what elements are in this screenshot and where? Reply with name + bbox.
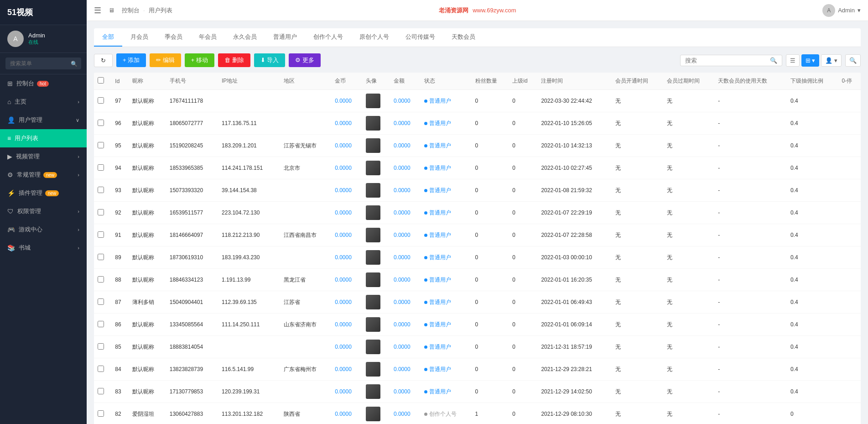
row-checkbox[interactable] — [98, 187, 104, 193]
cell-avatar — [362, 202, 390, 224]
sidebar-logo: 51视频 — [0, 0, 87, 25]
cell-rebate: 0.4 — [787, 90, 838, 112]
row-checkbox[interactable] — [98, 142, 104, 148]
row-checkbox[interactable] — [98, 321, 104, 327]
cell-amount: 0.0000 — [390, 336, 421, 358]
row-checkbox[interactable] — [98, 231, 104, 238]
row-checkbox[interactable] — [98, 298, 104, 305]
add-button[interactable]: + 添加 — [116, 53, 146, 67]
row-checkbox[interactable] — [98, 97, 104, 104]
search-input[interactable] — [5, 58, 81, 69]
table-row: 93 默认昵称 15073393320 39.144.154.38 0.0000… — [94, 179, 861, 202]
sidebar-item-user-management[interactable]: 👤 用户管理 ∨ — [0, 111, 87, 129]
sidebar-item-bookstore[interactable]: 📚 书城 › — [0, 239, 87, 257]
import-button[interactable]: ⬇ 导入 — [254, 53, 286, 67]
sidebar-item-home[interactable]: ⌂ 主页 › — [0, 93, 87, 111]
cell-phone: 18146664097 — [166, 224, 218, 246]
cell-id: 92 — [111, 202, 129, 224]
cell-tianmao-days: - — [714, 381, 787, 403]
admin-info: A Admin ▾ — [822, 4, 861, 17]
tab-monthly[interactable]: 月会员 — [122, 28, 156, 47]
edit-button[interactable]: ✏ 编辑 — [150, 53, 181, 67]
cell-tianmao-days: - — [714, 246, 787, 269]
cell-stopped — [838, 90, 861, 112]
hamburger-icon[interactable]: ☰ — [94, 5, 101, 16]
sidebar-item-user-list[interactable]: ≡ 用户列表 — [0, 129, 87, 147]
sidebar-item-plugin-management[interactable]: ⚡ 插件管理 new — [0, 184, 87, 202]
cell-id: 91 — [111, 224, 129, 246]
cell-status: 普通用户 — [421, 336, 471, 358]
cell-region: 广东省梅州市 — [280, 358, 332, 381]
row-checkbox[interactable] — [98, 343, 104, 350]
column-settings-button[interactable]: 👤 ▾ — [821, 54, 842, 67]
sidebar-item-game-center[interactable]: 🎮 游戏中心 › — [0, 220, 87, 239]
avatar-img — [366, 228, 380, 242]
cell-id: 93 — [111, 179, 129, 202]
delete-button[interactable]: 🗑 删除 — [218, 53, 250, 67]
cell-tianmao-days: - — [714, 291, 787, 314]
cell-member-start: 无 — [612, 269, 663, 291]
row-checkbox[interactable] — [98, 120, 104, 126]
cell-coins: 0.0000 — [331, 269, 362, 291]
move-button[interactable]: + 移动 — [185, 53, 214, 67]
cell-ip: 116.5.141.99 — [218, 358, 280, 381]
tab-quarterly[interactable]: 季会员 — [156, 28, 191, 47]
cell-member-end: 无 — [663, 157, 715, 179]
admin-label: Admin — [838, 7, 855, 14]
cell-member-end: 无 — [663, 135, 715, 157]
tab-all[interactable]: 全部 — [94, 28, 122, 47]
sidebar-item-label: 游戏中心 — [19, 225, 42, 234]
sidebar-item-label: 权限管理 — [17, 207, 41, 215]
cell-member-start: 无 — [612, 403, 663, 424]
sidebar-item-permission-management[interactable]: 🛡 权限管理 › — [0, 202, 87, 220]
row-checkbox[interactable] — [98, 388, 104, 394]
cell-ip: 1.191.13.99 — [218, 269, 280, 291]
cell-phone: 17674111178 — [166, 90, 218, 112]
cell-reg-time: 2022-01-01 06:49:43 — [537, 291, 612, 314]
row-checkbox[interactable] — [98, 254, 104, 260]
tab-tianmao[interactable]: 天数会员 — [443, 28, 483, 47]
cell-member-end: 无 — [663, 202, 715, 224]
cell-phone: 13060427883 — [166, 403, 218, 424]
tab-yearly[interactable]: 年会员 — [191, 28, 225, 47]
cell-region — [280, 179, 332, 202]
row-checkbox[interactable] — [98, 276, 104, 283]
cell-status: 普通用户 — [421, 381, 471, 403]
row-checkbox[interactable] — [98, 366, 104, 372]
avatar-img — [366, 362, 380, 377]
cell-status: 普通用户 — [421, 202, 471, 224]
avatar-img — [366, 116, 380, 131]
row-checkbox[interactable] — [98, 209, 104, 215]
cell-ip: 111.14.250.111 — [218, 314, 280, 336]
avatar-img — [366, 295, 380, 309]
tab-original-personal[interactable]: 原创个人号 — [351, 28, 397, 47]
cell-member-end: 无 — [663, 358, 715, 381]
row-checkbox[interactable] — [98, 410, 104, 417]
table-search-button[interactable]: 🔍 — [845, 54, 861, 67]
list-view-button[interactable]: ☰ — [786, 54, 800, 67]
refresh-button[interactable]: ↻ — [94, 54, 113, 67]
sidebar-item-general-management[interactable]: ⚙ 常规管理 new › — [0, 166, 87, 184]
grid-view-button[interactable]: ⊞ ▾ — [801, 54, 820, 67]
select-all-checkbox[interactable] — [98, 77, 104, 84]
cell-amount: 0.0000 — [390, 179, 421, 202]
more-button[interactable]: ⚙ 更多 — [289, 53, 321, 67]
cell-status: 普通用户 — [421, 135, 471, 157]
sidebar-item-dashboard[interactable]: ⊞ 控制台 hot — [0, 74, 87, 93]
table-search-input[interactable] — [685, 57, 767, 64]
tab-company[interactable]: 公司传媒号 — [397, 28, 443, 47]
cell-id: 96 — [111, 112, 129, 135]
tab-normal[interactable]: 普通用户 — [265, 28, 305, 47]
cell-reg-time: 2022-01-10 15:26:05 — [537, 112, 612, 135]
tab-permanent[interactable]: 永久会员 — [225, 28, 265, 47]
sidebar-item-video-management[interactable]: ▶ 视频管理 › — [0, 147, 87, 166]
cell-nickname: 默认昵称 — [129, 381, 166, 403]
row-checkbox[interactable] — [98, 164, 104, 171]
cell-amount: 0.0000 — [390, 90, 421, 112]
cell-tianmao-days: - — [714, 157, 787, 179]
cell-member-end: 无 — [663, 112, 715, 135]
cell-parent-id: 0 — [509, 381, 537, 403]
cell-coins: 0.0000 — [331, 381, 362, 403]
cell-id: 95 — [111, 135, 129, 157]
tab-creator-personal[interactable]: 创作个人号 — [305, 28, 351, 47]
